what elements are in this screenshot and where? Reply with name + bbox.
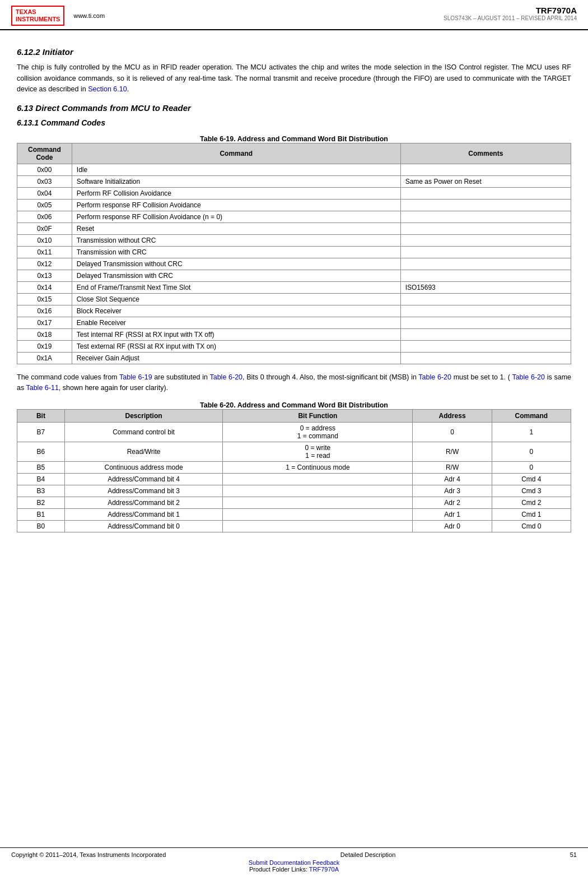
- table-19-command-cell: End of Frame/Transmit Next Time Slot: [72, 281, 400, 293]
- table-row: B3 Address/Command bit 3 Adr 3 Cmd 3: [17, 485, 571, 497]
- table-6-11-link[interactable]: Table 6-11: [26, 384, 58, 392]
- table-20-func-cell: 1 = Continuous mode: [223, 462, 413, 474]
- table-20-cmd-cell: Cmd 4: [492, 474, 571, 485]
- table-row: 0x10 Transmission without CRC: [17, 234, 571, 246]
- table-19-code-cell: 0x13: [17, 270, 72, 281]
- table-19-code-cell: 0x11: [17, 246, 72, 258]
- footer-links: Submit Documentation Feedback Product Fo…: [249, 859, 340, 873]
- table-20-cmd-cell: Cmd 1: [492, 509, 571, 521]
- copyright-text: Copyright © 2011–2014, Texas Instruments…: [11, 851, 166, 858]
- table-19-col-code: Command Code: [17, 143, 72, 164]
- section-6-13-1-heading: 6.13.1 Command Codes: [17, 118, 571, 127]
- table-20-func-cell: [223, 509, 413, 521]
- table-19-comments-cell: [400, 352, 571, 364]
- header-right: TRF7970A SLOS743K – AUGUST 2011 – REVISE…: [444, 6, 577, 21]
- table-row: B7 Command control bit 0 = address1 = co…: [17, 423, 571, 442]
- table-6-20-link3[interactable]: Table 6-20: [512, 373, 545, 381]
- para-between-tables: The command code values from Table 6-19 …: [17, 372, 571, 394]
- table-20-func-cell: [223, 521, 413, 532]
- product-folder-link[interactable]: TRF7970A: [309, 866, 339, 873]
- table-19-command-cell: Enable Receiver: [72, 317, 400, 328]
- table-19-code-cell: 0x0F: [17, 223, 72, 234]
- table-row: 0x18 Test internal RF (RSSI at RX input …: [17, 328, 571, 340]
- table-20-col-bit: Bit: [17, 410, 65, 423]
- table-20-addr-cell: Adr 2: [413, 497, 492, 509]
- chip-name: TRF7970A: [444, 6, 577, 15]
- table-19-command-cell: Perform RF Collision Avoidance: [72, 187, 400, 199]
- table-row: 0x17 Enable Receiver: [17, 317, 571, 328]
- table-20-desc-cell: Address/Command bit 0: [64, 521, 223, 532]
- table-19-comments-cell: [400, 305, 571, 317]
- table-20-desc-cell: Read/Write: [64, 442, 223, 462]
- table-6-20-link2[interactable]: Table 6-20: [418, 373, 451, 381]
- table-20-addr-cell: Adr 1: [413, 509, 492, 521]
- table-20-col-func: Bit Function: [223, 410, 413, 423]
- section-6-12-2-body: The chip is fully controlled by the MCU …: [17, 62, 571, 95]
- table-row: 0x12 Delayed Transmission without CRC: [17, 258, 571, 270]
- table-20-bit-cell: B1: [17, 509, 65, 521]
- table-row: 0x13 Delayed Transmission with CRC: [17, 270, 571, 281]
- table-row: B5 Continuous address mode 1 = Continuou…: [17, 462, 571, 474]
- table-20-addr-cell: R/W: [413, 462, 492, 474]
- table-20: Bit Description Bit Function Address Com…: [17, 409, 571, 532]
- table-19-comments-cell: [400, 293, 571, 305]
- table-20-desc-cell: Command control bit: [64, 423, 223, 442]
- table-19-code-cell: 0x06: [17, 211, 72, 223]
- table-20-col-desc: Description: [64, 410, 223, 423]
- table-19-comments-cell: [400, 199, 571, 211]
- table-row: 0x15 Close Slot Sequence: [17, 293, 571, 305]
- table-20-desc-cell: Address/Command bit 4: [64, 474, 223, 485]
- table-19-command-cell: Test internal RF (RSSI at RX input with …: [72, 328, 400, 340]
- table-20-desc-cell: Address/Command bit 1: [64, 509, 223, 521]
- table-20-cmd-cell: Cmd 0: [492, 521, 571, 532]
- table-20-cmd-cell: 0: [492, 462, 571, 474]
- table-20-cmd-cell: Cmd 3: [492, 485, 571, 497]
- table-19-command-cell: Transmission with CRC: [72, 246, 400, 258]
- logo-line2: INSTRUMENTS: [16, 16, 60, 22]
- section-6-10-link[interactable]: Section 6.10: [88, 85, 127, 93]
- table-20-cmd-cell: 1: [492, 423, 571, 442]
- table-19-comments-cell: [400, 328, 571, 340]
- table-20-bit-cell: B2: [17, 497, 65, 509]
- table-6-19-link[interactable]: Table 6-19: [119, 373, 152, 381]
- table-20-bit-cell: B7: [17, 423, 65, 442]
- table-20-addr-cell: Adr 0: [413, 521, 492, 532]
- table-20-bit-cell: B0: [17, 521, 65, 532]
- table-19-code-cell: 0x10: [17, 234, 72, 246]
- table-row: 0x06 Perform response RF Collision Avoid…: [17, 211, 571, 223]
- table-20-addr-cell: Adr 4: [413, 474, 492, 485]
- website-label: www.ti.com: [73, 12, 105, 19]
- table-6-20-link1[interactable]: Table 6-20: [209, 373, 242, 381]
- table-20-func-cell: [223, 485, 413, 497]
- table-19-command-cell: Delayed Transmission with CRC: [72, 270, 400, 281]
- table-19-command-cell: Transmission without CRC: [72, 234, 400, 246]
- table-19-code-cell: 0x12: [17, 258, 72, 270]
- table-19-comments-cell: ISO15693: [400, 281, 571, 293]
- table-20-col-cmd: Command: [492, 410, 571, 423]
- table-row: 0x14 End of Frame/Transmit Next Time Slo…: [17, 281, 571, 293]
- table-row: 0x11 Transmission with CRC: [17, 246, 571, 258]
- table-20-cmd-cell: 0: [492, 442, 571, 462]
- table-19-code-cell: 0x05: [17, 199, 72, 211]
- footer-row: Copyright © 2011–2014, Texas Instruments…: [11, 851, 577, 858]
- logo-area: TEXAS INSTRUMENTS www.ti.com: [11, 6, 105, 26]
- table-19-comments-cell: [400, 270, 571, 281]
- table-row: 0x16 Block Receiver: [17, 305, 571, 317]
- table-20-bit-cell: B4: [17, 474, 65, 485]
- table-20-func-cell: 0 = write1 = read: [223, 442, 413, 462]
- table-19-code-cell: 0x03: [17, 175, 72, 187]
- table-row: B1 Address/Command bit 1 Adr 1 Cmd 1: [17, 509, 571, 521]
- table-19-comments-cell: [400, 211, 571, 223]
- table-19-comments-cell: [400, 164, 571, 175]
- table-20-func-cell: [223, 474, 413, 485]
- table-19-col-command: Command: [72, 143, 400, 164]
- feedback-link[interactable]: Submit Documentation Feedback: [249, 859, 340, 866]
- table-19-command-cell: Perform response RF Collision Avoidance …: [72, 211, 400, 223]
- table-19-comments-cell: [400, 223, 571, 234]
- table-19-comments-cell: [400, 234, 571, 246]
- table-19-code-cell: 0x1A: [17, 352, 72, 364]
- table-19-title: Table 6-19. Address and Command Word Bit…: [17, 135, 571, 143]
- table-19-code-cell: 0x18: [17, 328, 72, 340]
- table-19-code-cell: 0x04: [17, 187, 72, 199]
- table-19-command-cell: Receiver Gain Adjust: [72, 352, 400, 364]
